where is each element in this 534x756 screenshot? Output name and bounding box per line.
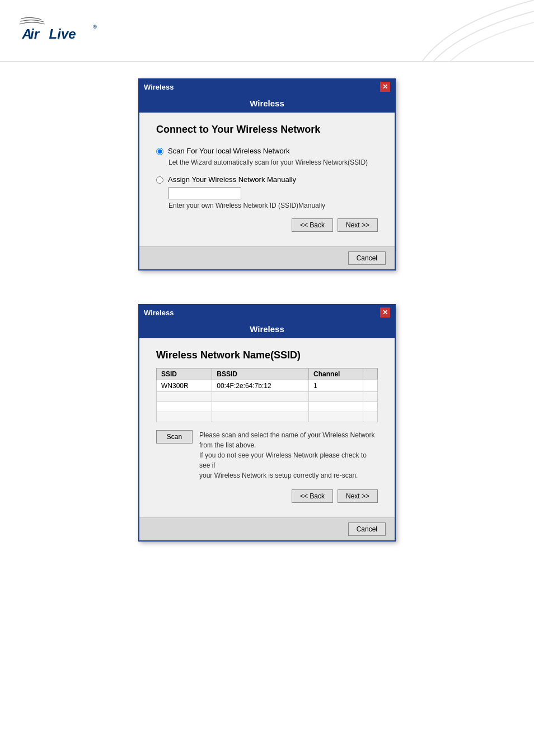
manual-option-desc: Enter your own Wireless Network ID (SSID…	[168, 202, 378, 209]
manual-option-radio-row: Assign Your Wireless Network Manually	[156, 175, 378, 184]
scan-button[interactable]: Scan	[156, 430, 193, 444]
scan-section: Scan Please scan and select the name of …	[156, 430, 378, 480]
manual-ssid-input[interactable]	[168, 187, 241, 199]
dialog1-nav-buttons: << Back Next >>	[156, 218, 378, 232]
dialog2-cancel-row: Cancel	[148, 522, 386, 536]
table-empty-row-2	[157, 402, 378, 412]
dialog-body-2: Wireless Network Name(SSID) SSID BSSID C…	[139, 338, 395, 517]
scan-option-label: Scan For Your local Wireless Network	[168, 147, 289, 155]
col-bssid: BSSID	[212, 368, 309, 380]
cancel-button-1[interactable]: Cancel	[348, 251, 386, 265]
scan-option-radio[interactable]	[156, 148, 163, 155]
cell-channel: 1	[309, 380, 363, 392]
dialog-body-1: Connect to Your Wireless Network Scan Fo…	[139, 113, 395, 246]
dialog-close-button-1[interactable]: ✕	[380, 82, 390, 92]
header: A ir Live ®	[0, 0, 534, 62]
next-button-1[interactable]: Next >>	[338, 218, 378, 232]
dialog-footer-2: Cancel	[139, 517, 395, 540]
scan-info-text: Please scan and select the name of your …	[199, 430, 378, 480]
scan-option-radio-row: Scan For Your local Wireless Network	[156, 147, 378, 155]
dialog-footer-1: Cancel	[139, 246, 395, 269]
cell-extra	[363, 380, 378, 392]
dialog-titlebar-1: Wireless ✕	[139, 80, 395, 94]
logo-area: A ir Live ®	[17, 11, 106, 50]
dialog2-nav-buttons: << Back Next >>	[156, 489, 378, 503]
table-empty-row-1	[157, 392, 378, 402]
dialog-titlebar-2: Wireless ✕	[139, 305, 395, 320]
cell-bssid: 00:4F:2e:64:7b:12	[212, 380, 309, 392]
airlive-logo: A ir Live ®	[17, 11, 106, 50]
back-button-2[interactable]: << Back	[292, 489, 333, 503]
dialog-window-1: Wireless ✕ Wireless Connect to Your Wire…	[138, 78, 396, 270]
dialog-window-2: Wireless ✕ Wireless Wireless Network Nam…	[138, 304, 396, 542]
dialog-body-title-1: Connect to Your Wireless Network	[156, 124, 378, 136]
dialog-body-title-2: Wireless Network Name(SSID)	[156, 349, 378, 361]
back-button-1[interactable]: << Back	[292, 218, 333, 232]
dialog1-cancel-row: Cancel	[148, 251, 386, 265]
col-extra	[363, 368, 378, 380]
scan-option-desc: Let the Wizard automatically scan for yo…	[168, 158, 378, 166]
header-decoration	[338, 0, 534, 62]
dialog-header-bar-1: Wireless	[139, 94, 395, 113]
network-table: SSID BSSID Channel WN300R 00:4F:2e:64:7b…	[156, 368, 378, 422]
dialog-title-2: Wireless	[144, 309, 174, 317]
dialog-close-button-2[interactable]: ✕	[380, 307, 390, 318]
main-content: Wireless ✕ Wireless Connect to Your Wire…	[0, 62, 534, 592]
table-empty-row-3	[157, 412, 378, 422]
dialog-header-bar-2: Wireless	[139, 320, 395, 338]
next-button-2[interactable]: Next >>	[338, 489, 378, 503]
manual-option-label: Assign Your Wireless Network Manually	[168, 175, 296, 184]
dialog-title-1: Wireless	[144, 83, 174, 91]
svg-text:®: ®	[93, 24, 97, 30]
svg-text:ir: ir	[30, 26, 40, 41]
col-channel: Channel	[309, 368, 363, 380]
cancel-button-2[interactable]: Cancel	[348, 522, 386, 536]
table-row[interactable]: WN300R 00:4F:2e:64:7b:12 1	[157, 380, 378, 392]
col-ssid: SSID	[157, 368, 212, 380]
manual-option-radio[interactable]	[156, 176, 163, 184]
svg-text:Live: Live	[49, 26, 76, 41]
cell-ssid: WN300R	[157, 380, 212, 392]
